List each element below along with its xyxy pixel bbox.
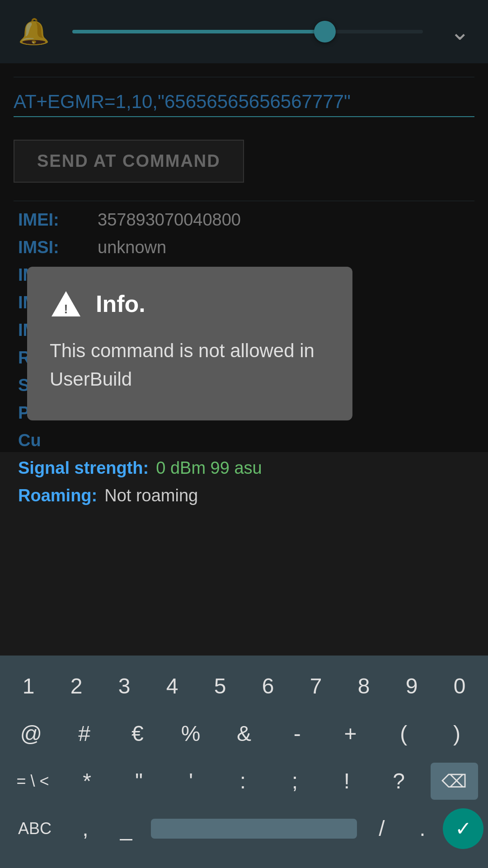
enter-icon: ✓ (455, 817, 472, 840)
key-double-quote[interactable]: " (119, 760, 160, 802)
signal-value: 0 dBm 99 asu (156, 458, 262, 478)
keyboard: 1 2 3 4 5 6 7 8 9 0 @ # € % & - + ( ) = … (0, 656, 488, 868)
dialog-title: Info. (96, 290, 145, 317)
key-single-quote[interactable]: ' (171, 760, 211, 802)
key-underscore[interactable]: _ (106, 807, 146, 850)
key-close-paren[interactable]: ) (436, 712, 477, 755)
dialog-message: This command is not allowed in UserBuild (50, 336, 330, 393)
key-question[interactable]: ? (379, 760, 419, 802)
key-dot[interactable]: . (402, 807, 443, 850)
key-4[interactable]: 4 (152, 665, 192, 708)
enter-key[interactable]: ✓ (443, 808, 483, 849)
key-equals-backslash[interactable]: = \ < (10, 763, 56, 800)
key-8[interactable]: 8 (343, 665, 384, 708)
key-exclamation[interactable]: ! (327, 760, 367, 802)
key-7[interactable]: 7 (296, 665, 336, 708)
key-at[interactable]: @ (11, 712, 52, 755)
key-3[interactable]: 3 (104, 665, 145, 708)
signal-row: Signal strength: 0 dBm 99 asu (18, 458, 470, 478)
keyboard-row-more-symbols: = \ < * " ' : ; ! ? ⌫ (5, 760, 483, 802)
info-dialog: ! Info. This command is not allowed in U… (27, 267, 352, 420)
roaming-label: Roaming: (18, 486, 97, 505)
key-open-paren[interactable]: ( (383, 712, 424, 755)
key-9[interactable]: 9 (391, 665, 432, 708)
key-minus[interactable]: - (277, 712, 318, 755)
key-semicolon[interactable]: ; (275, 760, 315, 802)
key-slash[interactable]: / (361, 807, 402, 850)
key-euro[interactable]: € (117, 712, 158, 755)
keyboard-row-numbers: 1 2 3 4 5 6 7 8 9 0 (5, 665, 483, 708)
roaming-row: Roaming: Not roaming (18, 486, 470, 505)
key-ampersand[interactable]: & (224, 712, 264, 755)
key-percent[interactable]: % (170, 712, 211, 755)
abc-key[interactable]: ABC (5, 810, 65, 847)
key-2[interactable]: 2 (56, 665, 97, 708)
warning-triangle-icon: ! (50, 289, 82, 318)
signal-label: Signal strength: (18, 458, 149, 478)
space-key[interactable] (151, 819, 357, 839)
key-0[interactable]: 0 (439, 665, 480, 708)
keyboard-row-symbols: @ # € % & - + ( ) (5, 712, 483, 755)
svg-text:!: ! (64, 302, 68, 316)
keyboard-row-bottom: ABC , _ / . ✓ (5, 807, 483, 850)
key-colon[interactable]: : (223, 760, 263, 802)
key-asterisk[interactable]: * (67, 760, 108, 802)
roaming-value: Not roaming (104, 486, 198, 505)
key-comma[interactable]: , (65, 807, 106, 850)
backspace-key[interactable]: ⌫ (431, 763, 478, 800)
key-plus[interactable]: + (330, 712, 371, 755)
key-5[interactable]: 5 (200, 665, 240, 708)
key-6[interactable]: 6 (248, 665, 288, 708)
key-hash[interactable]: # (64, 712, 105, 755)
key-1[interactable]: 1 (8, 665, 49, 708)
dialog-title-row: ! Info. (50, 289, 330, 318)
